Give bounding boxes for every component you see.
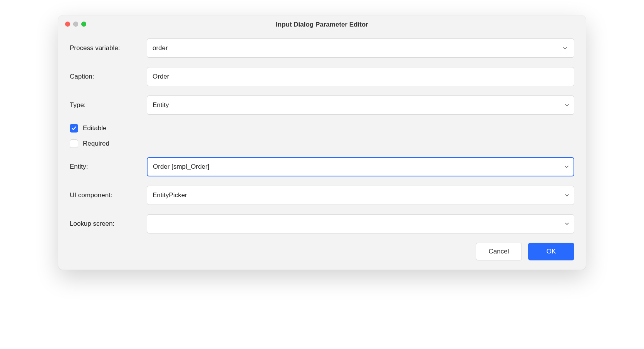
chevron-down-icon <box>565 221 569 226</box>
label-type: Type: <box>70 101 147 109</box>
required-checkbox[interactable] <box>70 139 78 148</box>
ui-component-value: EntityPicker <box>147 186 560 205</box>
row-type: Type: Entity <box>70 96 574 115</box>
dialog-content: Process variable: order Caption: Type: <box>58 34 586 270</box>
process-variable-combo[interactable]: order <box>147 39 574 58</box>
type-dropdown-button[interactable] <box>560 96 574 114</box>
ui-component-combo[interactable]: EntityPicker <box>147 186 574 205</box>
ok-button[interactable]: OK <box>528 243 574 260</box>
titlebar: Input Dialog Parameter Editor <box>58 15 586 34</box>
process-variable-dropdown-button[interactable] <box>556 39 574 57</box>
row-ui-component: UI component: EntityPicker <box>70 186 574 205</box>
row-caption: Caption: <box>70 67 574 86</box>
entity-combo[interactable]: Order [smpl_Order] <box>147 157 574 176</box>
ui-component-dropdown-button[interactable] <box>560 186 574 205</box>
entity-value: Order [smpl_Order] <box>148 158 560 176</box>
required-label: Required <box>83 140 109 148</box>
type-combo[interactable]: Entity <box>147 96 574 115</box>
row-entity: Entity: Order [smpl_Order] <box>70 157 574 176</box>
label-lookup-screen: Lookup screen: <box>70 220 147 228</box>
row-required-checkbox[interactable]: Required <box>70 139 574 148</box>
lookup-screen-value <box>147 215 560 233</box>
label-caption: Caption: <box>70 73 147 81</box>
dialog-window: Input Dialog Parameter Editor Process va… <box>58 15 586 270</box>
caption-input[interactable] <box>147 67 574 86</box>
window-controls <box>65 22 86 27</box>
minimize-window-button[interactable] <box>73 22 78 27</box>
chevron-down-icon <box>563 46 567 50</box>
chevron-down-icon <box>564 164 569 169</box>
close-window-button[interactable] <box>65 22 70 27</box>
entity-dropdown-button[interactable] <box>560 158 574 176</box>
chevron-down-icon <box>565 193 569 198</box>
maximize-window-button[interactable] <box>81 22 86 27</box>
chevron-down-icon <box>565 103 569 107</box>
row-lookup-screen: Lookup screen: <box>70 214 574 233</box>
row-editable-checkbox[interactable]: Editable <box>70 124 574 133</box>
editable-checkbox[interactable] <box>70 124 78 133</box>
lookup-screen-dropdown-button[interactable] <box>560 215 574 233</box>
type-value: Entity <box>147 96 560 114</box>
dialog-button-row: Cancel OK <box>70 243 574 260</box>
lookup-screen-combo[interactable] <box>147 214 574 233</box>
label-ui-component: UI component: <box>70 191 147 199</box>
cancel-button[interactable]: Cancel <box>476 243 522 260</box>
dialog-title: Input Dialog Parameter Editor <box>276 21 368 29</box>
row-process-variable: Process variable: order <box>70 39 574 58</box>
label-entity: Entity: <box>70 163 147 171</box>
editable-label: Editable <box>83 124 106 132</box>
label-process-variable: Process variable: <box>70 44 147 52</box>
process-variable-value[interactable]: order <box>147 39 556 57</box>
